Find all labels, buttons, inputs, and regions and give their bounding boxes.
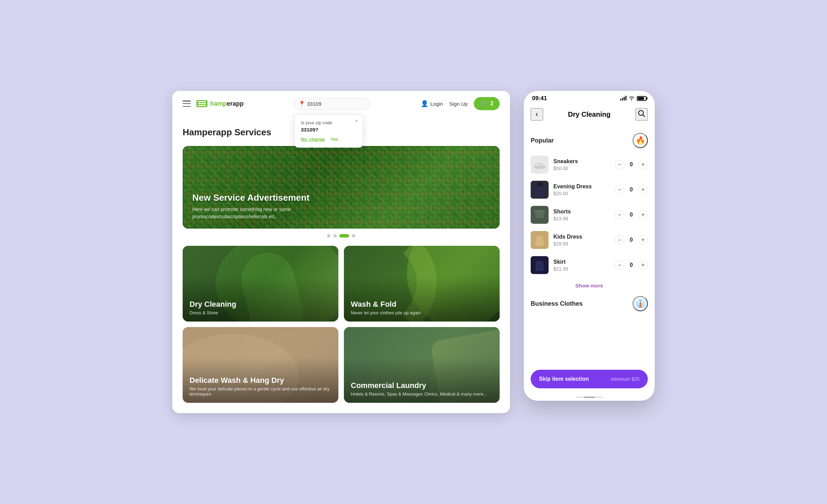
battery-icon (637, 96, 646, 101)
skirt-quantity-ctrl: − 0 + (615, 260, 648, 270)
hero-title: New Service Advertisement (192, 192, 309, 203)
skip-minimum: minimum $25 (611, 376, 640, 382)
sneakers-quantity: 0 (629, 161, 634, 168)
carousel-dot-3[interactable] (339, 234, 349, 238)
sneakers-image (531, 156, 549, 174)
web-app: hamperapp 📍 33109 × Is your zip code 331… (172, 91, 510, 413)
mobile-search-button[interactable] (635, 108, 648, 120)
zip-code-popup: × Is your zip code 33109? No, change Yes (294, 114, 363, 148)
logo-text: hamperapp (210, 100, 244, 107)
wash-fold-subtitle: Never let your clothes pile up again (351, 310, 421, 315)
skirt-price: $21.99 (553, 266, 615, 272)
back-button[interactable]: ‹ (531, 108, 543, 120)
show-more-button[interactable]: Show more (531, 278, 648, 291)
delicate-wash-title: Delicate Wash & Hang Dry (190, 376, 338, 385)
commercial-laundry-subtitle: Hotels & Resorts, Spas & Massages Clinic… (351, 391, 487, 397)
delicate-wash-content: Delicate Wash & Hang Dry We treat your d… (190, 376, 338, 397)
skirt-quantity: 0 (629, 262, 634, 268)
scroll-indicator (575, 397, 603, 398)
kids-dress-item-row: Kids Dress $29.59 − 0 + (531, 228, 648, 253)
login-button[interactable]: 👤 Login (421, 100, 443, 107)
sneakers-item-row: Sneakers $50.00 − 0 + (531, 152, 648, 177)
zip-no-button[interactable]: No, change (301, 137, 325, 142)
skirt-name: Skirt (553, 259, 615, 265)
skip-item-selection-bar[interactable]: Skip item selection minimum $25 (531, 370, 648, 388)
evening-dress-decrement-button[interactable]: − (615, 185, 624, 195)
shorts-name: Shorts (553, 209, 615, 215)
mobile-content: Popular 🔥 Sneakers $50.00 − (524, 124, 655, 364)
zip-yes-button[interactable]: Yes (330, 137, 338, 142)
commercial-laundry-title: Commercial Laundry (351, 381, 487, 390)
zip-code-input[interactable]: 33109 (294, 98, 370, 110)
sneakers-name: Sneakers (553, 158, 615, 165)
sneakers-info: Sneakers $50.00 (553, 158, 615, 171)
skirt-item-row: Skirt $21.99 − 0 + (531, 253, 648, 278)
delicate-wash-card[interactable]: Delicate Wash & Hang Dry We treat your d… (183, 327, 338, 403)
skirt-decrement-button[interactable]: − (615, 260, 624, 270)
sneakers-increment-button[interactable]: + (638, 160, 648, 169)
skirt-info: Skirt $21.99 (553, 259, 615, 272)
status-time: 09:41 (532, 95, 547, 102)
business-clothes-label: Business Clothes (531, 300, 583, 307)
login-label: Login (430, 101, 443, 107)
sneakers-price: $50.00 (553, 166, 615, 171)
zip-popup-code: 33109? (301, 127, 357, 133)
shorts-info: Shorts $13.99 (553, 209, 615, 221)
commercial-laundry-card[interactable]: Commercial Laundry Hotels & Resorts, Spa… (344, 327, 500, 403)
wash-fold-card[interactable]: Wash & Fold Never let your clothes pile … (344, 246, 500, 322)
evening-dress-name: Evening Dress (553, 183, 615, 190)
dry-cleaning-card[interactable]: Dry Cleaning Dress & Shine (183, 246, 338, 322)
evening-dress-info: Evening Dress $20.00 (553, 183, 615, 196)
shorts-decrement-button[interactable]: − (615, 210, 624, 220)
mobile-search-icon (638, 110, 645, 119)
svg-rect-2 (198, 105, 206, 106)
evening-dress-increment-button[interactable]: + (638, 185, 648, 195)
popular-emoji-button[interactable]: 🔥 (633, 133, 648, 148)
cart-icon: 🛒 (480, 100, 488, 107)
hero-banner[interactable]: New Service Advertisement Here we can pr… (183, 146, 500, 229)
business-clothes-emoji-button[interactable]: 👔 (633, 296, 648, 311)
person-icon: 👤 (421, 100, 428, 107)
svg-line-25 (643, 115, 645, 117)
header-center: 📍 33109 × Is your zip code 33109? No, ch… (244, 98, 421, 110)
svg-rect-0 (198, 101, 206, 102)
status-icons (620, 96, 646, 102)
evening-dress-quantity: 0 (629, 187, 634, 193)
wash-fold-title: Wash & Fold (351, 300, 421, 309)
sneakers-decrement-button[interactable]: − (615, 160, 624, 169)
kids-dress-decrement-button[interactable]: − (615, 235, 624, 245)
shorts-price: $13.99 (553, 216, 615, 221)
kids-dress-increment-button[interactable]: + (638, 235, 648, 245)
scroll-thumb (584, 397, 595, 398)
back-icon: ‹ (535, 110, 538, 119)
commercial-laundry-content: Commercial Laundry Hotels & Resorts, Spa… (351, 381, 487, 397)
signal-icon (620, 96, 626, 102)
zip-popup-actions: No, change Yes (301, 137, 357, 142)
hero-content: New Service Advertisement Here we can pr… (192, 192, 309, 220)
logo-area: hamperapp (196, 100, 244, 107)
svg-rect-1 (198, 103, 206, 104)
zip-input-wrap: 📍 33109 × Is your zip code 33109? No, ch… (294, 98, 370, 110)
zip-popup-close-button[interactable]: × (355, 118, 358, 124)
carousel-dot-4[interactable] (352, 234, 355, 238)
carousel-dot-2[interactable] (333, 234, 337, 238)
shorts-increment-button[interactable]: + (638, 210, 648, 220)
delicate-wash-subtitle: We treat your delicate pieces to a gentl… (190, 386, 338, 397)
svg-rect-23 (625, 96, 626, 101)
kids-dress-info: Kids Dress $29.59 (553, 234, 615, 246)
services-grid: Dry Cleaning Dress & Shine Wash & Fold N… (183, 246, 500, 403)
hamburger-menu-button[interactable] (183, 101, 191, 107)
signup-button[interactable]: Sign Up (449, 101, 468, 107)
shorts-item-row: Shorts $13.99 − 0 + (531, 202, 648, 228)
header-right: 👤 Login Sign Up 🛒 2 (421, 97, 500, 110)
carousel-dots (183, 234, 500, 238)
cart-button[interactable]: 🛒 2 (474, 97, 500, 110)
popular-label: Popular (531, 137, 554, 144)
kids-dress-quantity-ctrl: − 0 + (615, 235, 648, 245)
skip-label: Skip item selection (539, 376, 589, 382)
carousel-dot-1[interactable] (327, 234, 330, 238)
popular-section-header: Popular 🔥 (531, 127, 648, 152)
skirt-increment-button[interactable]: + (638, 260, 648, 270)
kids-dress-price: $29.59 (553, 241, 615, 246)
cart-count: 2 (490, 101, 493, 107)
